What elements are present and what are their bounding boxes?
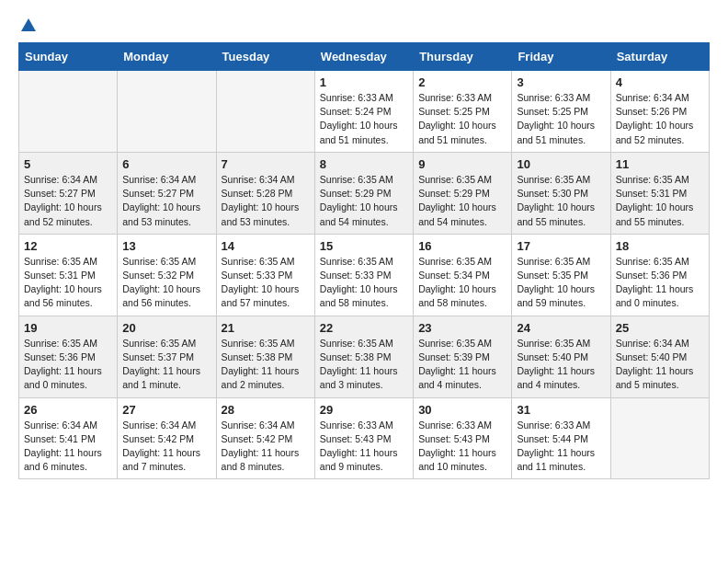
- day-number: 17: [517, 239, 605, 253]
- day-info: Sunrise: 6:34 AM Sunset: 5:41 PM Dayligh…: [24, 419, 112, 475]
- page-header: [18, 18, 710, 33]
- day-number: 3: [517, 75, 605, 89]
- day-number: 13: [122, 239, 210, 253]
- day-info: Sunrise: 6:34 AM Sunset: 5:27 PM Dayligh…: [122, 173, 210, 229]
- day-info: Sunrise: 6:33 AM Sunset: 5:25 PM Dayligh…: [517, 91, 605, 147]
- day-number: 26: [24, 403, 112, 417]
- weekday-header-wednesday: Wednesday: [314, 43, 413, 71]
- calendar-day-cell: 5Sunrise: 6:34 AM Sunset: 5:27 PM Daylig…: [19, 152, 118, 234]
- calendar-day-cell: 3Sunrise: 6:33 AM Sunset: 5:25 PM Daylig…: [512, 71, 610, 153]
- calendar-day-cell: 15Sunrise: 6:35 AM Sunset: 5:33 PM Dayli…: [314, 234, 413, 316]
- day-info: Sunrise: 6:34 AM Sunset: 5:40 PM Dayligh…: [616, 337, 704, 393]
- calendar-day-cell: 16Sunrise: 6:35 AM Sunset: 5:34 PM Dayli…: [414, 234, 512, 316]
- calendar-day-cell: 12Sunrise: 6:35 AM Sunset: 5:31 PM Dayli…: [19, 234, 118, 316]
- day-info: Sunrise: 6:35 AM Sunset: 5:37 PM Dayligh…: [122, 337, 210, 393]
- day-info: Sunrise: 6:33 AM Sunset: 5:43 PM Dayligh…: [418, 419, 506, 475]
- day-number: 14: [222, 239, 310, 253]
- day-number: 4: [616, 75, 704, 89]
- calendar-day-cell: [610, 397, 709, 479]
- calendar-day-cell: 13Sunrise: 6:35 AM Sunset: 5:32 PM Dayli…: [118, 234, 216, 316]
- day-info: Sunrise: 6:35 AM Sunset: 5:34 PM Dayligh…: [418, 255, 506, 311]
- calendar-day-cell: 24Sunrise: 6:35 AM Sunset: 5:40 PM Dayli…: [512, 316, 610, 397]
- day-number: 20: [122, 321, 210, 335]
- calendar-day-cell: 27Sunrise: 6:34 AM Sunset: 5:42 PM Dayli…: [118, 397, 216, 479]
- calendar-day-cell: 4Sunrise: 6:34 AM Sunset: 5:26 PM Daylig…: [610, 71, 709, 153]
- calendar-week-row: 12Sunrise: 6:35 AM Sunset: 5:31 PM Dayli…: [19, 234, 710, 316]
- day-info: Sunrise: 6:35 AM Sunset: 5:35 PM Dayligh…: [517, 255, 605, 311]
- day-info: Sunrise: 6:35 AM Sunset: 5:32 PM Dayligh…: [122, 255, 210, 311]
- day-info: Sunrise: 6:35 AM Sunset: 5:36 PM Dayligh…: [616, 255, 704, 311]
- calendar-day-cell: [118, 71, 216, 153]
- day-number: 7: [222, 157, 310, 171]
- logo: [18, 18, 36, 33]
- day-number: 12: [24, 239, 112, 253]
- logo-triangle-icon: [21, 18, 36, 31]
- calendar-day-cell: 26Sunrise: 6:34 AM Sunset: 5:41 PM Dayli…: [19, 397, 118, 479]
- day-number: 6: [122, 157, 210, 171]
- day-number: 19: [24, 321, 112, 335]
- calendar-day-cell: 11Sunrise: 6:35 AM Sunset: 5:31 PM Dayli…: [610, 152, 709, 234]
- day-number: 29: [320, 403, 408, 417]
- calendar-day-cell: 10Sunrise: 6:35 AM Sunset: 5:30 PM Dayli…: [512, 152, 610, 234]
- day-number: 30: [418, 403, 506, 417]
- day-number: 25: [616, 321, 704, 335]
- calendar-day-cell: 14Sunrise: 6:35 AM Sunset: 5:33 PM Dayli…: [216, 234, 314, 316]
- day-info: Sunrise: 6:34 AM Sunset: 5:27 PM Dayligh…: [24, 173, 112, 229]
- day-number: 18: [616, 239, 704, 253]
- calendar-day-cell: 30Sunrise: 6:33 AM Sunset: 5:43 PM Dayli…: [414, 397, 512, 479]
- day-info: Sunrise: 6:35 AM Sunset: 5:29 PM Dayligh…: [320, 173, 408, 229]
- day-number: 21: [222, 321, 310, 335]
- calendar-day-cell: 7Sunrise: 6:34 AM Sunset: 5:28 PM Daylig…: [216, 152, 314, 234]
- calendar-day-cell: 1Sunrise: 6:33 AM Sunset: 5:24 PM Daylig…: [314, 71, 413, 153]
- day-info: Sunrise: 6:35 AM Sunset: 5:38 PM Dayligh…: [320, 337, 408, 393]
- day-number: 27: [122, 403, 210, 417]
- day-number: 23: [418, 321, 506, 335]
- day-info: Sunrise: 6:35 AM Sunset: 5:30 PM Dayligh…: [517, 173, 605, 229]
- calendar-day-cell: 6Sunrise: 6:34 AM Sunset: 5:27 PM Daylig…: [118, 152, 216, 234]
- day-number: 22: [320, 321, 408, 335]
- calendar-day-cell: 21Sunrise: 6:35 AM Sunset: 5:38 PM Dayli…: [216, 316, 314, 397]
- calendar-week-row: 1Sunrise: 6:33 AM Sunset: 5:24 PM Daylig…: [19, 71, 710, 153]
- day-number: 16: [418, 239, 506, 253]
- calendar-header-row: SundayMondayTuesdayWednesdayThursdayFrid…: [19, 43, 710, 71]
- calendar-day-cell: 2Sunrise: 6:33 AM Sunset: 5:25 PM Daylig…: [414, 71, 512, 153]
- calendar-table: SundayMondayTuesdayWednesdayThursdayFrid…: [18, 42, 710, 479]
- day-info: Sunrise: 6:35 AM Sunset: 5:31 PM Dayligh…: [24, 255, 112, 311]
- calendar-day-cell: 23Sunrise: 6:35 AM Sunset: 5:39 PM Dayli…: [414, 316, 512, 397]
- day-number: 2: [418, 75, 506, 89]
- day-info: Sunrise: 6:33 AM Sunset: 5:44 PM Dayligh…: [517, 419, 605, 475]
- day-number: 5: [24, 157, 112, 171]
- day-number: 31: [517, 403, 605, 417]
- weekday-header-tuesday: Tuesday: [216, 43, 314, 71]
- day-number: 15: [320, 239, 408, 253]
- day-info: Sunrise: 6:34 AM Sunset: 5:42 PM Dayligh…: [222, 419, 310, 475]
- day-info: Sunrise: 6:34 AM Sunset: 5:42 PM Dayligh…: [122, 419, 210, 475]
- calendar-day-cell: [216, 71, 314, 153]
- day-number: 8: [320, 157, 408, 171]
- day-info: Sunrise: 6:33 AM Sunset: 5:24 PM Dayligh…: [320, 91, 408, 147]
- day-info: Sunrise: 6:35 AM Sunset: 5:39 PM Dayligh…: [418, 337, 506, 393]
- day-number: 10: [517, 157, 605, 171]
- day-info: Sunrise: 6:34 AM Sunset: 5:26 PM Dayligh…: [616, 91, 704, 147]
- calendar-day-cell: 20Sunrise: 6:35 AM Sunset: 5:37 PM Dayli…: [118, 316, 216, 397]
- day-info: Sunrise: 6:34 AM Sunset: 5:28 PM Dayligh…: [222, 173, 310, 229]
- calendar-day-cell: 19Sunrise: 6:35 AM Sunset: 5:36 PM Dayli…: [19, 316, 118, 397]
- day-info: Sunrise: 6:35 AM Sunset: 5:29 PM Dayligh…: [418, 173, 506, 229]
- day-number: 24: [517, 321, 605, 335]
- calendar-day-cell: 25Sunrise: 6:34 AM Sunset: 5:40 PM Dayli…: [610, 316, 709, 397]
- calendar-day-cell: 8Sunrise: 6:35 AM Sunset: 5:29 PM Daylig…: [314, 152, 413, 234]
- calendar-week-row: 26Sunrise: 6:34 AM Sunset: 5:41 PM Dayli…: [19, 397, 710, 479]
- calendar-day-cell: 18Sunrise: 6:35 AM Sunset: 5:36 PM Dayli…: [610, 234, 709, 316]
- weekday-header-sunday: Sunday: [19, 43, 118, 71]
- day-info: Sunrise: 6:35 AM Sunset: 5:36 PM Dayligh…: [24, 337, 112, 393]
- day-info: Sunrise: 6:33 AM Sunset: 5:25 PM Dayligh…: [418, 91, 506, 147]
- calendar-day-cell: 9Sunrise: 6:35 AM Sunset: 5:29 PM Daylig…: [414, 152, 512, 234]
- calendar-day-cell: 22Sunrise: 6:35 AM Sunset: 5:38 PM Dayli…: [314, 316, 413, 397]
- calendar-week-row: 19Sunrise: 6:35 AM Sunset: 5:36 PM Dayli…: [19, 316, 710, 397]
- calendar-day-cell: 17Sunrise: 6:35 AM Sunset: 5:35 PM Dayli…: [512, 234, 610, 316]
- day-info: Sunrise: 6:35 AM Sunset: 5:40 PM Dayligh…: [517, 337, 605, 393]
- day-number: 11: [616, 157, 704, 171]
- calendar-week-row: 5Sunrise: 6:34 AM Sunset: 5:27 PM Daylig…: [19, 152, 710, 234]
- day-number: 9: [418, 157, 506, 171]
- calendar-day-cell: 28Sunrise: 6:34 AM Sunset: 5:42 PM Dayli…: [216, 397, 314, 479]
